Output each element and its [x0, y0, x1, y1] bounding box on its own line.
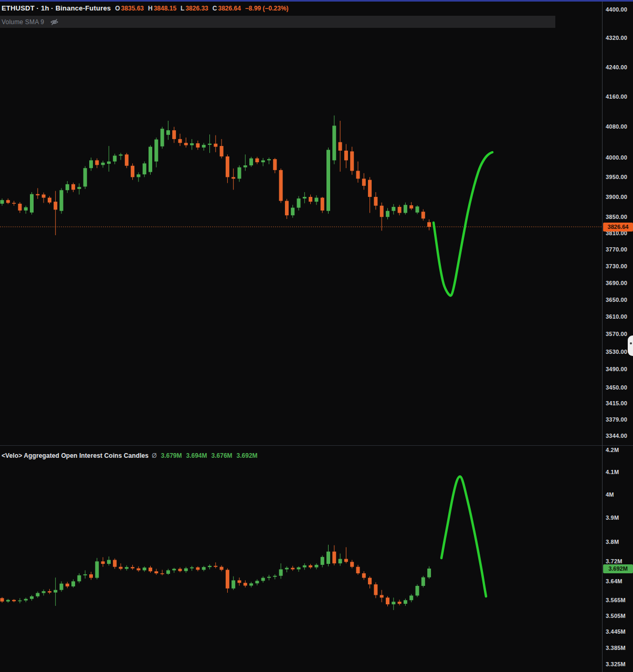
candle-body: [249, 159, 253, 165]
price-tick-label: 4000.00: [606, 154, 627, 161]
axis-drag-handle[interactable]: [628, 335, 633, 356]
price-tick-label: 3650.00: [606, 297, 627, 303]
candle-body: [101, 163, 105, 165]
price-tick-label: 3770.00: [606, 246, 627, 253]
candle-body: [416, 586, 419, 595]
candle-body: [71, 581, 75, 586]
oi-open-value: 3.679M: [161, 452, 182, 459]
price-tick-label: 3.9M: [606, 514, 619, 521]
price-tick-label: 3950.00: [606, 174, 627, 180]
candle-body: [255, 159, 259, 162]
price-tick-label: 3570.00: [606, 331, 627, 337]
candle-body: [380, 595, 384, 597]
candle-body: [136, 174, 140, 177]
price-tick-label: 4M: [606, 491, 614, 498]
candle-body: [71, 184, 75, 190]
high-label: H: [148, 5, 153, 12]
volume-indicator-label[interactable]: Volume SMA 9: [2, 18, 44, 26]
candle-body: [83, 168, 87, 186]
price-tick-label: 4.2M: [606, 447, 619, 453]
candle-body: [297, 198, 301, 208]
candle-body: [77, 575, 81, 581]
price-tick-label: 3.8M: [606, 539, 619, 545]
candle-body: [409, 595, 413, 600]
panel-separator: [0, 445, 633, 446]
candle-body: [166, 130, 170, 135]
chart-canvas[interactable]: [0, 0, 633, 672]
candle-body: [214, 566, 217, 567]
candle-body: [392, 207, 395, 211]
candle-body: [314, 565, 318, 568]
candle-body: [356, 171, 360, 178]
candle-body: [178, 139, 182, 143]
candle-body: [421, 212, 425, 218]
candle-body: [226, 570, 229, 588]
candle-body: [24, 599, 28, 601]
oi-indicator-title[interactable]: <Velo> Aggregated Open Interest Coins Ca…: [2, 452, 149, 459]
candle-body: [427, 569, 431, 578]
candle-body: [291, 208, 294, 216]
candle-body: [18, 601, 22, 602]
candle-body: [161, 573, 164, 574]
hidden-eye-icon[interactable]: [49, 18, 59, 26]
symbol-title[interactable]: ETHUSDT · 1h · Binance-Futures: [2, 4, 111, 12]
oi-high-value: 3.694M: [186, 452, 207, 459]
candle-body: [416, 206, 419, 212]
candle-body: [89, 160, 93, 168]
candle-body: [95, 160, 99, 165]
candle-body: [196, 568, 199, 570]
candle-body: [1, 598, 4, 601]
close-value: 3826.64: [218, 5, 240, 12]
candle-body: [344, 559, 348, 562]
candle-body: [154, 140, 158, 162]
candle-body: [202, 567, 206, 570]
price-tick-label: 3690.00: [606, 280, 627, 286]
candle-body: [386, 597, 389, 604]
candle-body: [339, 559, 342, 563]
candle-body: [119, 154, 123, 155]
candle-body: [77, 187, 81, 189]
oi-close-value: 3.692M: [237, 452, 258, 459]
price-tick-label: 4400.00: [606, 6, 627, 13]
candle-body: [48, 198, 51, 203]
candle-body: [42, 591, 46, 593]
candle-body: [244, 583, 247, 585]
candle-body: [149, 147, 152, 172]
candle-body: [314, 198, 318, 202]
trading-chart-window: ETHUSDT · 1h · Binance-Futures O 3835.63…: [0, 0, 633, 672]
candle-body: [172, 569, 176, 570]
candle-body: [309, 565, 312, 568]
freehand-arrow-drawing[interactable]: [441, 477, 486, 596]
candle-body: [6, 600, 10, 602]
candle-body: [285, 201, 289, 216]
candle-body: [220, 567, 224, 570]
low-label: L: [181, 5, 184, 12]
price-tick-label: 3490.00: [606, 366, 627, 372]
candle-body: [54, 202, 57, 209]
candle-body: [392, 602, 395, 604]
candle-body: [267, 159, 271, 160]
candle-body: [273, 576, 277, 577]
candle-body: [113, 560, 117, 567]
candle-body: [303, 565, 307, 568]
candle-body: [249, 583, 253, 585]
open-interest-legend[interactable]: <Velo> Aggregated Open Interest Coins Ca…: [2, 452, 258, 460]
candle-body: [143, 163, 146, 174]
candle-body: [6, 200, 10, 203]
price-tick-label: 3.565M: [606, 597, 626, 603]
candle-body: [321, 557, 324, 565]
candle-body: [83, 574, 87, 575]
candle-body: [356, 567, 360, 573]
price-tick-label: 3.505M: [606, 613, 626, 619]
candle-body: [362, 573, 366, 578]
candle-body: [166, 570, 170, 574]
candle-body: [66, 584, 69, 586]
price-axis[interactable]: 4400.004320.004240.004160.004080.004000.…: [602, 0, 633, 672]
candle-body: [261, 578, 265, 581]
candle-body: [24, 207, 28, 211]
freehand-arrow-drawing[interactable]: [434, 152, 492, 296]
price-tick-label: 3450.00: [606, 384, 627, 391]
handle-dot-icon: [630, 342, 632, 344]
price-tick-label: 3344.00: [606, 433, 627, 439]
volume-indicator-legend[interactable]: Volume SMA 9: [0, 16, 555, 28]
